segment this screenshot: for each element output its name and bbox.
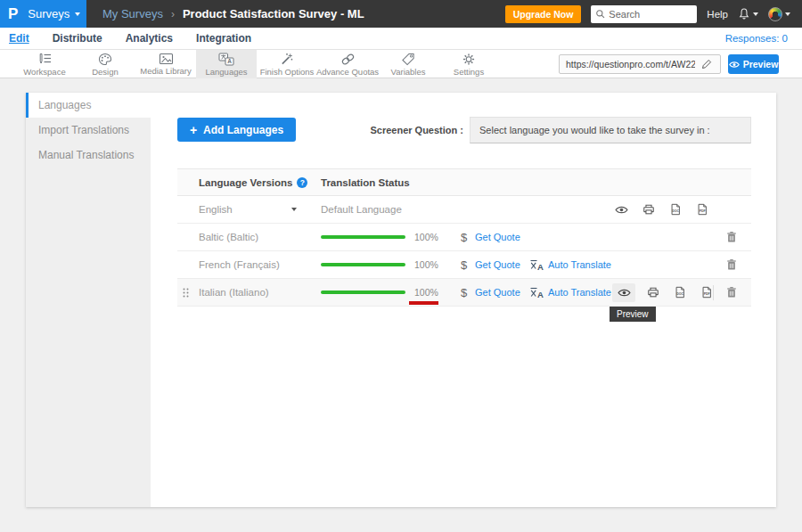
drag-handle[interactable]	[183, 279, 189, 306]
get-quote-link[interactable]: Get Quote	[475, 251, 520, 278]
tab-analytics[interactable]: Analytics	[126, 32, 173, 45]
delete-language-button[interactable]	[723, 251, 741, 278]
tab-edit[interactable]: Edit	[9, 32, 29, 45]
account-menu[interactable]	[768, 7, 790, 21]
preview-button-label: Preview	[743, 59, 779, 70]
responses-count[interactable]: Responses: 0	[725, 33, 802, 44]
breadcrumb-separator: ›	[171, 8, 175, 20]
palette-icon	[98, 53, 112, 66]
auto-translate[interactable]: A Auto Translate	[530, 279, 611, 306]
export-doc-button[interactable]: DOC	[666, 201, 684, 219]
sidebar-item-import-translations[interactable]: Import Translations	[26, 118, 151, 143]
add-languages-label: Add Languages	[203, 124, 283, 136]
dollar-icon: $	[461, 279, 467, 306]
tab-distribute[interactable]: Distribute	[53, 32, 102, 45]
image-icon	[159, 53, 174, 65]
chevron-down-icon	[785, 12, 790, 16]
export-doc-button[interactable]: DOC	[670, 283, 689, 302]
upgrade-now-button[interactable]: Upgrade Now	[505, 5, 582, 23]
actions-divider	[713, 285, 714, 300]
table-row-english: English Default Language DOC PDF	[177, 196, 751, 224]
screener-question-field[interactable]: Select language you would like to take t…	[470, 117, 751, 143]
auto-translate-label[interactable]: Auto Translate	[548, 259, 611, 270]
chevron-down-icon	[75, 12, 80, 16]
pencil-icon	[701, 59, 712, 70]
workspace-icon	[37, 53, 53, 66]
drag-dots-icon	[183, 288, 189, 298]
toolbar-item-label: Advance Quotas	[316, 67, 379, 77]
breadcrumb: My Surveys › Product Satisfaction Survey…	[102, 7, 364, 20]
eye-icon	[729, 61, 740, 69]
avatar[interactable]	[768, 7, 782, 21]
tag-icon	[401, 53, 415, 66]
delete-language-button[interactable]	[723, 224, 741, 250]
survey-url-input[interactable]	[560, 59, 695, 70]
top-bar: P Surveys My Surveys › Product Satisfact…	[0, 0, 802, 28]
language-name: French (Français)	[199, 251, 280, 278]
chevron-down-icon	[753, 12, 758, 16]
trash-icon	[726, 231, 737, 243]
export-pdf-button[interactable]: PDF	[692, 201, 711, 219]
svg-text:PDF: PDF	[703, 292, 710, 296]
print-button[interactable]	[639, 201, 658, 219]
toolbar-item-advance-quotas[interactable]: Advance Quotas	[317, 50, 378, 78]
notifications-menu[interactable]	[738, 7, 758, 20]
questionpro-logo[interactable]: P	[8, 5, 18, 23]
pdf-file-icon: PDF	[700, 286, 713, 299]
table-header: Language Versions ? Translation Status	[177, 168, 751, 196]
toolbar-items: Workspace Design Media Library A Languag…	[14, 50, 499, 78]
auto-translate-label[interactable]: Auto Translate	[548, 287, 611, 298]
sidebar-item-label: Languages	[38, 99, 91, 111]
preview-language-button[interactable]	[612, 283, 635, 302]
table-row-baltic: Baltic (Baltic) 100% $ Get Quote	[177, 224, 751, 251]
get-quote-link[interactable]: Get Quote	[475, 279, 520, 306]
toolbar-item-media-library[interactable]: Media Library	[135, 50, 196, 78]
product-switcher[interactable]: P Surveys	[0, 0, 86, 28]
get-quote-link[interactable]: Get Quote	[475, 224, 520, 250]
edit-url-button[interactable]	[695, 55, 718, 73]
toolbar-item-label: Design	[92, 67, 119, 77]
translate-icon: A	[218, 53, 234, 66]
translation-progress-bar	[321, 251, 405, 278]
sidebar-item-manual-translations[interactable]: Manual Translations	[26, 143, 151, 168]
printer-icon	[642, 203, 655, 216]
print-button[interactable]	[643, 283, 662, 302]
translation-progress-bar	[321, 224, 405, 250]
language-versions-table: Language Versions ? Translation Status E…	[177, 168, 751, 307]
top-bar-right: Upgrade Now Help	[505, 5, 802, 23]
trash-icon	[726, 258, 737, 271]
toolbar-item-design[interactable]: Design	[75, 50, 135, 78]
languages-content: + Add Languages Screener Question : Sele…	[151, 93, 776, 507]
toolbar-item-languages[interactable]: A Languages	[196, 50, 257, 78]
table-row-italian: Italian (Italiano) 100% $ Get Quote A Au…	[177, 279, 751, 307]
delete-language-button[interactable]	[723, 279, 741, 306]
help-link[interactable]: Help	[707, 9, 728, 20]
breadcrumb-my-surveys[interactable]: My Surveys	[102, 7, 163, 20]
header-language-versions: Language Versions	[199, 177, 292, 188]
toolbar-item-variables[interactable]: Variables	[378, 50, 438, 78]
sidebar-item-languages[interactable]: Languages	[26, 93, 151, 118]
add-languages-button[interactable]: + Add Languages	[177, 118, 296, 142]
sidebar-item-label: Import Translations	[38, 124, 129, 136]
toolbar-item-workspace[interactable]: Workspace	[14, 50, 75, 78]
doc-file-icon: DOC	[674, 286, 686, 299]
svg-text:PDF: PDF	[699, 209, 706, 213]
surveys-menu[interactable]: Surveys	[28, 7, 80, 20]
toolbar-item-label: Variables	[391, 67, 426, 77]
toolbar-item-finish-options[interactable]: Finish Options	[257, 50, 317, 78]
language-dropdown[interactable]	[291, 196, 297, 223]
help-icon[interactable]: ?	[297, 177, 307, 188]
translation-progress-bar	[321, 279, 405, 306]
language-name: English	[199, 196, 233, 223]
printer-icon	[647, 286, 659, 299]
languages-sidebar: Languages Import Translations Manual Tra…	[26, 93, 151, 507]
search-input[interactable]	[609, 9, 692, 20]
preview-button[interactable]: Preview	[728, 54, 779, 74]
toolbar-item-settings[interactable]: Settings	[438, 50, 499, 78]
global-search[interactable]	[591, 5, 697, 23]
preview-language-button[interactable]	[612, 201, 631, 219]
gear-icon	[462, 53, 476, 66]
language-name: Baltic (Baltic)	[199, 224, 258, 250]
auto-translate[interactable]: A Auto Translate	[530, 251, 611, 278]
tab-integration[interactable]: Integration	[196, 32, 251, 45]
